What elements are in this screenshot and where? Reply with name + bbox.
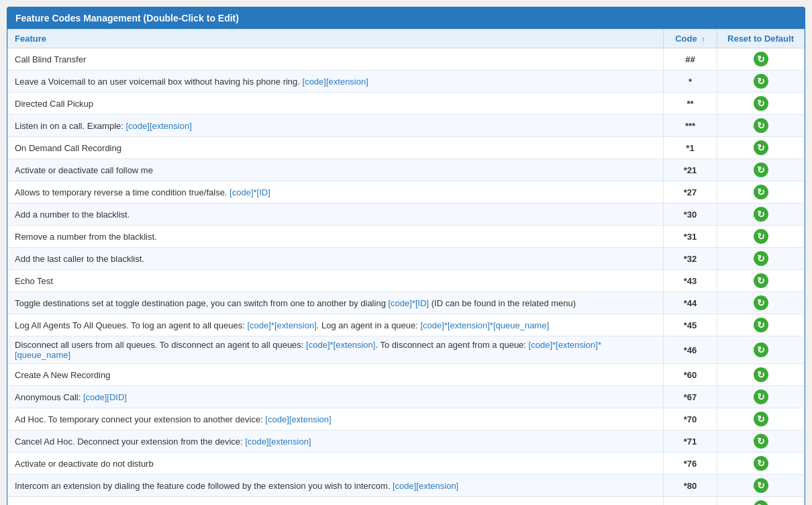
table-row[interactable]: Create A New Recording*60↻	[8, 364, 805, 386]
reset-to-default-button[interactable]: ↻	[754, 500, 768, 505]
sort-arrow-icon: ↑	[701, 35, 705, 43]
code-cell: *	[664, 71, 717, 93]
reset-to-default-button[interactable]: ↻	[754, 389, 768, 404]
feature-cell: Anonymous Call: [code][DID]	[8, 386, 664, 408]
reset-cell: ↻	[717, 364, 805, 386]
table-row[interactable]: Echo Test*43↻	[8, 270, 805, 292]
reset-cell: ↻	[717, 430, 805, 453]
feature-cell: Echo Test	[8, 270, 664, 292]
code-cell: *27	[664, 181, 717, 203]
table-row[interactable]: Remove a number from the blacklist.*31↻	[8, 226, 805, 248]
code-cell: ***	[664, 115, 717, 137]
reset-to-default-button[interactable]: ↻	[754, 140, 768, 155]
code-cell: ##	[664, 48, 717, 71]
code-cell: *21	[664, 159, 717, 181]
code-cell: *60	[664, 364, 717, 386]
reset-column-header: Reset to Default	[717, 30, 805, 48]
table-row[interactable]: Cancel Ad Hoc. Deconnect your extension …	[8, 430, 805, 453]
feature-cell: Leave a Voicemail to an user voicemail b…	[8, 71, 664, 93]
feature-cell: Add the last caller to the blacklist.	[8, 248, 664, 270]
code-cell: *1	[664, 137, 717, 159]
table-row[interactable]: Directed Call Pickup**↻	[8, 93, 805, 115]
reset-cell: ↻	[717, 386, 805, 408]
reset-to-default-button[interactable]: ↻	[754, 456, 768, 471]
feature-cell: Activate or deactivate do not disturb	[8, 453, 664, 475]
reset-to-default-button[interactable]: ↻	[754, 207, 768, 222]
feature-cell: Toggle destinations set at toggle destin…	[8, 292, 664, 314]
code-cell: **	[664, 93, 717, 115]
table-row[interactable]: Activate or deactivate call follow me*21…	[8, 159, 805, 181]
reset-cell: ↻	[717, 475, 805, 497]
code-cell: *70	[664, 408, 717, 430]
reset-cell: ↻	[717, 248, 805, 270]
feature-column-header[interactable]: Feature	[8, 30, 664, 48]
reset-to-default-button[interactable]: ↻	[754, 342, 768, 357]
reset-to-default-button[interactable]: ↻	[754, 96, 768, 111]
reset-cell: ↻	[717, 93, 805, 115]
code-cell: *31	[664, 226, 717, 248]
reset-to-default-button[interactable]: ↻	[754, 478, 768, 493]
feature-cell: Intercom an extension by dialing the fea…	[8, 475, 664, 497]
reset-cell: ↻	[717, 48, 805, 71]
table-row[interactable]: Disconnect all users from all queues. To…	[8, 336, 805, 364]
table-row[interactable]: On Demand Call Recording*1↻	[8, 137, 805, 159]
reset-to-default-button[interactable]: ↻	[754, 434, 768, 449]
code-cell: *76	[664, 453, 717, 475]
reset-cell: ↻	[717, 314, 805, 336]
feature-cell: Activate or deactivate call follow me	[8, 159, 664, 181]
feature-cell: Allows to temporary reverse a time condi…	[8, 181, 664, 203]
reset-to-default-button[interactable]: ↻	[754, 74, 768, 89]
reset-to-default-button[interactable]: ↻	[754, 318, 768, 332]
reset-to-default-button[interactable]: ↻	[754, 273, 768, 288]
reset-to-default-button[interactable]: ↻	[754, 185, 768, 199]
reset-to-default-button[interactable]: ↻	[754, 229, 768, 244]
reset-to-default-button[interactable]: ↻	[754, 52, 768, 66]
code-cell: *43	[664, 270, 717, 292]
table-row[interactable]: Anonymous Call: [code][DID]*67↻	[8, 386, 805, 408]
code-cell: *44	[664, 292, 717, 314]
code-column-header[interactable]: Code ↑	[664, 30, 717, 48]
reset-to-default-button[interactable]: ↻	[754, 367, 768, 382]
table-body: Call Blind Transfer##↻Leave a Voicemail …	[8, 48, 805, 506]
feature-cell: Silent Intercom. [code][extension]	[8, 497, 664, 506]
feature-cell: Create A New Recording	[8, 364, 664, 386]
table-row[interactable]: Add the last caller to the blacklist.*32…	[8, 248, 805, 270]
table-row[interactable]: Log All Agents To All Queues. To log an …	[8, 314, 805, 336]
table-row[interactable]: Leave a Voicemail to an user voicemail b…	[8, 71, 805, 93]
feature-cell: Add a number to the blacklist.	[8, 203, 664, 226]
table-row[interactable]: Activate or deactivate do not disturb*76…	[8, 453, 805, 475]
reset-cell: ↻	[717, 181, 805, 203]
table-row[interactable]: Listen in on a call. Example: [code][ext…	[8, 115, 805, 137]
reset-cell: ↻	[717, 270, 805, 292]
code-cell: *46	[664, 336, 717, 364]
table-row[interactable]: Silent Intercom. [code][extension]*81↻	[8, 497, 805, 506]
table-row[interactable]: Allows to temporary reverse a time condi…	[8, 181, 805, 203]
table-row[interactable]: Call Blind Transfer##↻	[8, 48, 805, 71]
reset-to-default-button[interactable]: ↻	[754, 295, 768, 310]
code-cell: *45	[664, 314, 717, 336]
feature-cell: Cancel Ad Hoc. Deconnect your extension …	[8, 430, 664, 453]
feature-cell: On Demand Call Recording	[8, 137, 664, 159]
table-row[interactable]: Ad Hoc. To temporary connect your extens…	[8, 408, 805, 430]
feature-codes-panel: Feature Codes Management (Double-Click t…	[7, 7, 805, 505]
reset-to-default-button[interactable]: ↻	[754, 118, 768, 133]
code-cell: *30	[664, 203, 717, 226]
reset-cell: ↻	[717, 336, 805, 364]
code-cell: *71	[664, 430, 717, 453]
reset-cell: ↻	[717, 408, 805, 430]
feature-cell: Ad Hoc. To temporary connect your extens…	[8, 408, 664, 430]
reset-to-default-button[interactable]: ↻	[754, 412, 768, 426]
table-header-row: Feature Code ↑ Reset to Default	[8, 30, 805, 48]
reset-cell: ↻	[717, 226, 805, 248]
reset-cell: ↻	[717, 497, 805, 506]
table-row[interactable]: Intercom an extension by dialing the fea…	[8, 475, 805, 497]
code-cell: *80	[664, 475, 717, 497]
reset-to-default-button[interactable]: ↻	[754, 163, 768, 177]
table-row[interactable]: Add a number to the blacklist.*30↻	[8, 203, 805, 226]
table-row[interactable]: Toggle destinations set at toggle destin…	[8, 292, 805, 314]
reset-cell: ↻	[717, 115, 805, 137]
reset-cell: ↻	[717, 203, 805, 226]
feature-cell: Call Blind Transfer	[8, 48, 664, 71]
reset-to-default-button[interactable]: ↻	[754, 251, 768, 266]
code-cell: *81	[664, 497, 717, 506]
